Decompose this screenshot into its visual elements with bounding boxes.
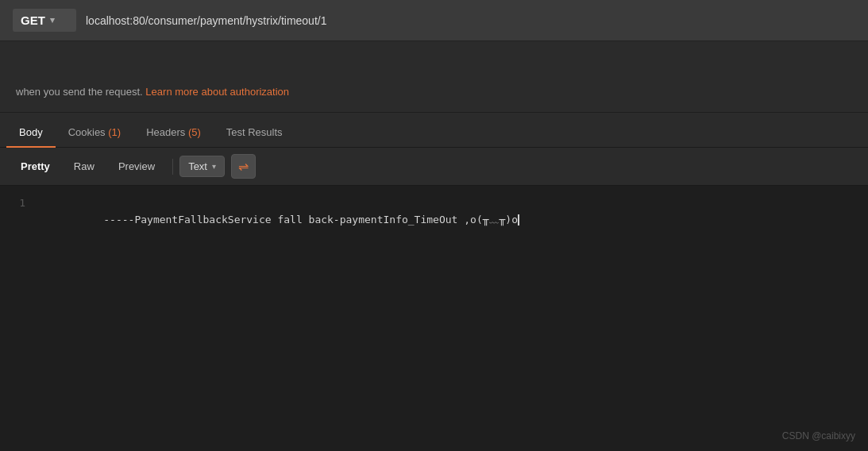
response-body: 1 -----PaymentFallbackService fall back-… <box>0 186 868 451</box>
line-number-1: 1 <box>10 195 25 212</box>
url-bar: GET ▾ <box>0 0 868 41</box>
pretty-button[interactable]: Pretty <box>10 156 61 177</box>
line-numbers: 1 <box>0 186 32 451</box>
tab-test-results[interactable]: Test Results <box>214 118 295 148</box>
tabs-row: Body Cookies (1) Headers (5) Test Result… <box>0 113 868 148</box>
tab-cookies[interactable]: Cookies (1) <box>56 118 133 148</box>
sub-controls: Pretty Raw Preview Text ▾ ⇌ <box>0 148 868 186</box>
text-type-dropdown[interactable]: Text ▾ <box>179 156 225 177</box>
auth-section: when you send the request. Learn more ab… <box>0 41 868 113</box>
text-type-label: Text <box>188 160 207 172</box>
response-text: -----PaymentFallbackService fall back-pa… <box>103 214 518 226</box>
method-label: GET <box>21 13 45 27</box>
code-content[interactable]: -----PaymentFallbackService fall back-pa… <box>32 186 868 451</box>
separator <box>172 159 173 175</box>
tab-body[interactable]: Body <box>6 118 56 148</box>
code-area: 1 -----PaymentFallbackService fall back-… <box>0 186 868 451</box>
watermark: CSDN @caibixyy <box>782 430 855 441</box>
body-area: Pretty Raw Preview Text ▾ ⇌ 1 -----Payme… <box>0 148 868 451</box>
format-group: Pretty Raw Preview <box>10 156 166 177</box>
app-container: GET ▾ when you send the request. Learn m… <box>0 0 868 451</box>
url-input[interactable] <box>86 14 855 27</box>
method-chevron: ▾ <box>50 15 55 25</box>
method-selector[interactable]: GET ▾ <box>13 9 76 32</box>
raw-button[interactable]: Raw <box>63 156 106 177</box>
wrap-icon: ⇌ <box>238 159 249 174</box>
tab-headers[interactable]: Headers (5) <box>133 118 214 148</box>
auth-link[interactable]: Learn more about authorization <box>145 86 289 98</box>
wrap-button[interactable]: ⇌ <box>231 154 256 179</box>
preview-button[interactable]: Preview <box>107 156 166 177</box>
text-dropdown-chevron: ▾ <box>212 162 216 171</box>
cursor <box>518 214 519 226</box>
auth-text: when you send the request. Learn more ab… <box>16 84 852 100</box>
